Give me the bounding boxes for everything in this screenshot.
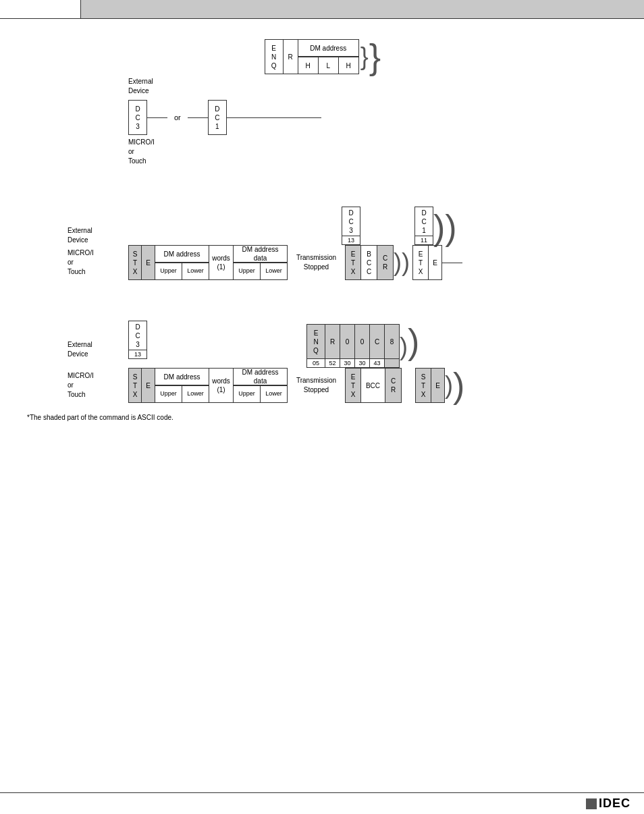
d2-label-spacer: ExternalDevice: [68, 226, 128, 245]
d3-brace4: ): [453, 368, 464, 403]
d1-line2: [188, 117, 208, 118]
d3-lower1: Lower: [182, 385, 209, 403]
d2-dc3-block: DC3 13: [342, 207, 360, 245]
d2-dmdata-block: DM addressdata Upper Lower: [234, 245, 288, 280]
d1-micro-label: MICRO/IorTouch: [128, 138, 155, 166]
d3-v0-2: 0: [355, 324, 370, 359]
header-bar: [0, 0, 644, 19]
d1-brace: }: [360, 39, 369, 74]
d3-words: words(1): [209, 368, 234, 403]
d1-line1: [147, 117, 167, 118]
d2-bcc: BCC: [361, 245, 377, 280]
d3-num43: 43: [370, 359, 385, 368]
d2-brace1: ): [433, 210, 445, 245]
d1-dc1-cell: DC1: [208, 100, 227, 135]
d1-spacer: [68, 138, 128, 166]
d3-vc: C: [370, 324, 385, 359]
d2-stx: STX: [128, 245, 142, 280]
d3-dc3-block: DC3 13: [128, 321, 147, 359]
d2-brace3: ): [394, 245, 402, 280]
d3-brace3: ): [445, 368, 453, 403]
d2-e1: E: [142, 245, 155, 280]
d2-micro-label: MICRO/IorTouch: [68, 245, 128, 280]
d2-lower2: Lower: [261, 263, 288, 280]
d3-enq: ENQ: [306, 324, 325, 359]
idec-logo-text: IDEC: [599, 796, 630, 811]
d2-upper1: Upper: [155, 263, 182, 280]
d2-cr: CR: [377, 245, 394, 280]
d2-upper2: Upper: [234, 263, 261, 280]
d2-etx2: ETX: [412, 245, 429, 280]
d3-transmission-stopped: TransmissionStopped: [288, 368, 345, 403]
d2-etx: ETX: [345, 245, 361, 280]
footnote: *The shaded part of the command is ASCII…: [27, 414, 617, 421]
d1-line3: [227, 117, 321, 118]
d3-micro-label: MICRO/IorTouch: [68, 368, 128, 403]
d3-v8: 8: [385, 324, 400, 359]
d3-dc3-num: 13: [128, 350, 147, 359]
diagram2-section: ExternalDevice DC3 13: [27, 207, 617, 280]
d1-or-text: or: [174, 113, 181, 121]
d3-label-spacer: ExternalDevice: [68, 340, 128, 359]
d2-e2: E: [429, 245, 442, 280]
d1-dmaddr-block: DM address H L H: [298, 39, 359, 74]
d3-dmaddr-block: DM address Upper Lower: [155, 368, 209, 403]
d2-words: words(1): [209, 245, 234, 280]
d2-ext-device-label: ExternalDevice: [68, 226, 128, 245]
footer-bar: IDEC: [0, 792, 644, 814]
d2-brace4: ): [402, 245, 410, 280]
d3-v0-1: 0: [340, 324, 355, 359]
d3-bcc: BCC: [361, 368, 385, 403]
header-right: [81, 0, 644, 18]
d2-main-row: MICRO/IorTouch STX E DM address Upper: [68, 245, 617, 280]
d2-lower1: Lower: [182, 263, 209, 280]
main-content: ExternalDevice E N Q R DM address: [0, 19, 644, 482]
d3-stx: STX: [128, 368, 142, 403]
d1-brace2: }: [369, 39, 381, 74]
d3-e1: E: [142, 368, 155, 403]
d3-etx: ETX: [345, 368, 361, 403]
d2-dc3-num: 13: [342, 236, 360, 245]
d3-num05: 05: [306, 359, 325, 368]
d3-num52: 52: [325, 359, 340, 368]
d2-transmission-stopped: Transmission Stopped: [288, 245, 345, 280]
d2-dmaddr-block: DM address Upper Lower: [155, 245, 209, 280]
d3-e2: E: [431, 368, 445, 403]
diagram1-section: ExternalDevice E N Q R DM address: [27, 39, 617, 166]
d3-r: R: [325, 324, 340, 359]
d3-upper2: Upper: [234, 385, 261, 403]
d3-cr: CR: [385, 368, 402, 403]
d3-num30-1: 30: [340, 359, 355, 368]
d3-dmdata-block: DM addressdata Upper Lower: [234, 368, 288, 403]
d1-enq-cell: E N Q: [265, 39, 284, 74]
d3-stx2: STX: [415, 368, 431, 403]
d1-h1: H: [298, 57, 319, 74]
d2-brace2: ): [445, 210, 456, 245]
d3-num-shaded: [385, 359, 400, 368]
d1-l: L: [319, 57, 339, 74]
d3-ext-device-label: ExternalDevice: [68, 340, 128, 359]
idec-square-icon: [586, 798, 597, 809]
d3-num-row: 05 52 30 30 43: [68, 359, 617, 368]
d3-brace2: ): [408, 324, 419, 359]
d1-h2: H: [339, 57, 359, 74]
diagram3-section: ExternalDevice DC3 13 ENQ R: [27, 321, 617, 421]
d2-dc1-block: DC1 11: [414, 207, 433, 245]
d3-lower2: Lower: [261, 385, 288, 403]
d3-upper1: Upper: [155, 385, 182, 403]
d1-ext-device-label: ExternalDevice: [128, 77, 153, 96]
d2-trail-line: [442, 263, 462, 263]
d3-brace1: ): [400, 335, 408, 359]
d1-dc3-cell: DC3: [128, 100, 147, 135]
idec-logo: IDEC: [586, 796, 630, 811]
d2-dc1-num: 11: [414, 236, 433, 245]
d3-main-row: MICRO/IorTouch STX E DM address Upper: [68, 368, 617, 403]
header-left: [0, 0, 81, 18]
d3-num30-2: 30: [355, 359, 370, 368]
d1-r-cell: R: [284, 39, 298, 74]
d1-dmaddr-label: DM address: [298, 39, 359, 57]
